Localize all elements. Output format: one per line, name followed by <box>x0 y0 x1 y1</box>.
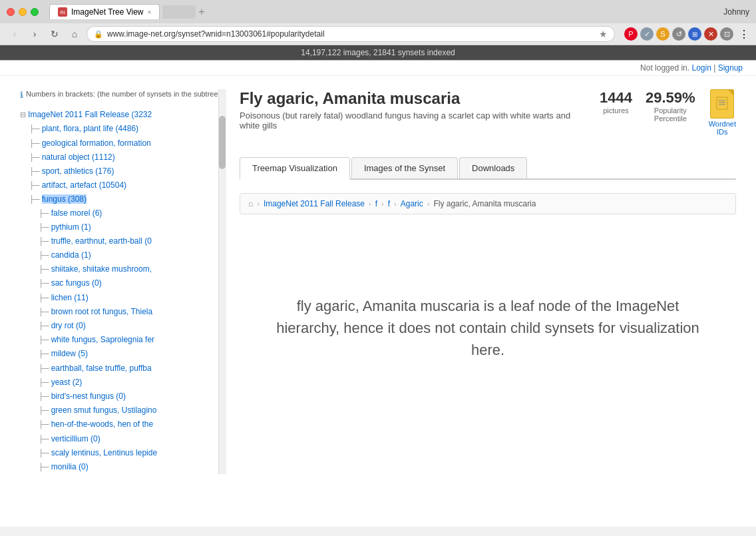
scrollbar-thumb[interactable] <box>219 116 226 169</box>
list-item: ├─ plant, flora, plant life (4486) <box>29 122 226 136</box>
new-tab-button[interactable]: + <box>198 6 204 18</box>
tree-item-root: ⊟ ImageNet 2011 Fall Release (3232 <box>20 108 226 122</box>
extension-3[interactable]: ↺ <box>672 27 685 41</box>
popularity-value: 29.59% <box>646 89 695 107</box>
tree-label-imagenet[interactable]: ImageNet 2011 Fall Release (3232 <box>28 110 152 119</box>
login-link[interactable]: Login <box>691 63 711 73</box>
signup-link[interactable]: Signup <box>718 63 743 73</box>
breadcrumb-current: Fly agaric, Amanita muscaria <box>433 199 536 208</box>
tree-label-lichen[interactable]: lichen (11) <box>51 293 89 302</box>
list-item: ├─ artifact, artefact (10504) <box>29 178 226 192</box>
tab-favicon: iN <box>58 7 67 17</box>
home-button[interactable]: ⌂ <box>67 26 83 42</box>
tree-children-root: ├─ plant, flora, plant life (4486) ├─ ge… <box>20 122 226 474</box>
wordnet-icon-svg <box>715 96 729 112</box>
bookmark-icon[interactable]: ★ <box>599 29 608 39</box>
sidebar: ℹ Numbers in brackets: (the number of sy… <box>20 89 226 474</box>
tree-label-plant[interactable]: plant, flora, plant life (4486) <box>42 124 138 133</box>
tree-label-earthball[interactable]: earthball, false truffle, puffba <box>51 364 152 373</box>
tree-label-false-morel[interactable]: false morel (6) <box>51 208 102 218</box>
tree-label-sport[interactable]: sport, athletics (176) <box>42 166 114 176</box>
list-item: ├─ verticillium (0) <box>39 432 226 446</box>
tree-label-white-fungus[interactable]: white fungus, Saprolegnia fer <box>51 335 154 344</box>
active-tab[interactable]: iN ImageNet Tree View × <box>49 4 160 19</box>
popularity-label: PopularityPercentile <box>646 107 695 123</box>
wordnet-ids-button[interactable]: WordnetIDs <box>709 89 736 136</box>
tree-label-geological[interactable]: geological formation, formation <box>42 138 151 148</box>
tab-images[interactable]: Images of the Synset <box>351 157 458 178</box>
tab-downloads[interactable]: Downloads <box>459 157 527 178</box>
sidebar-info: ℹ Numbers in brackets: (the number of sy… <box>20 89 226 101</box>
pinterest-extension[interactable]: P <box>624 27 638 41</box>
sidebar-scrollbar[interactable] <box>218 89 226 474</box>
pictures-count: 1444 pictures <box>600 89 632 115</box>
info-icon: ℹ <box>20 89 23 101</box>
tree-label-shiitake[interactable]: shiitake, shiitake mushroom, <box>51 264 152 274</box>
synset-header: Fly agaric, Amanita muscaria Poisonous (… <box>240 89 736 144</box>
tree-label-birds-nest[interactable]: bird's-nest fungus (0) <box>51 392 126 401</box>
tab-bar: iN ImageNet Tree View × + <box>49 4 713 19</box>
list-item: ├─ yeast (2) <box>39 376 226 390</box>
tree-label-candida[interactable]: candida (1) <box>51 250 91 260</box>
address-bar[interactable]: 🔒 www.image-net.org/synset?wnid=n1300306… <box>87 26 615 42</box>
main-content: Fly agaric, Amanita muscaria Poisonous (… <box>240 89 736 474</box>
back-button[interactable]: ‹ <box>7 26 23 42</box>
navigation-bar: ‹ › ↻ ⌂ 🔒 www.image-net.org/synset?wnid=… <box>0 23 756 45</box>
list-item: ├─ white fungus, Saprolegnia fer <box>39 333 226 347</box>
tab-close-button[interactable]: × <box>148 9 152 16</box>
site-stats: 14,197,122 images, 21841 synsets indexed <box>301 48 455 57</box>
sidebar-tree: ⊟ ImageNet 2011 Fall Release (3232 ├─ pl… <box>20 108 226 474</box>
tree-label-yeast[interactable]: yeast (2) <box>51 378 83 387</box>
list-item: ├─ sport, athletics (176) <box>29 164 226 178</box>
list-item: ├─ mildew (5) <box>39 347 226 361</box>
tree-label-artifact[interactable]: artifact, artefact (10504) <box>42 180 126 190</box>
list-item: ├─ sac fungus (0) <box>39 276 226 290</box>
home-icon[interactable]: ⌂ <box>248 199 253 208</box>
list-item: ├─ fungus (308) ├─ false morel (6) ├─ py… <box>29 192 226 474</box>
extension-6[interactable]: ⊡ <box>720 27 733 41</box>
pictures-number: 1444 <box>600 89 632 107</box>
tree-label-dry-rot[interactable]: dry rot (0) <box>51 321 86 330</box>
page-wrapper: Not logged in. Login | Signup ℹ Numbers … <box>0 61 756 527</box>
extension-1[interactable]: ✓ <box>640 27 654 41</box>
sidebar-info-text: Numbers in brackets: (the number of syns… <box>26 89 224 99</box>
list-item: ├─ lichen (11) <box>39 291 226 305</box>
tree-label-verticillium[interactable]: verticillium (0) <box>51 434 100 443</box>
breadcrumb-imagenet[interactable]: ImageNet 2011 Fall Release <box>264 199 365 208</box>
tree-label-mildew[interactable]: mildew (5) <box>51 349 88 358</box>
breadcrumb-agaric[interactable]: Agaric <box>401 199 423 208</box>
tree-label-monilia[interactable]: monilia (0) <box>51 462 89 471</box>
forward-button[interactable]: › <box>27 26 43 42</box>
maximize-window-button[interactable] <box>31 8 39 16</box>
tree-children-fungus: ├─ false morel (6) ├─ pythium (1) ├─ tru… <box>29 206 226 475</box>
extension-2[interactable]: S <box>656 27 669 41</box>
lock-icon: 🔒 <box>94 30 103 39</box>
breadcrumb-f2[interactable]: f <box>388 199 390 208</box>
inactive-tab[interactable] <box>162 5 196 19</box>
tree-label-pythium[interactable]: pythium (1) <box>51 222 91 232</box>
tree-label-brown-root[interactable]: brown root rot fungus, Thiela <box>51 307 153 316</box>
wordnet-icon <box>710 89 734 119</box>
breadcrumb: ⌂ › ImageNet 2011 Fall Release › f › f ›… <box>240 193 736 214</box>
minimize-window-button[interactable] <box>19 8 27 16</box>
tree-label-fungus[interactable]: fungus (308) <box>42 194 87 204</box>
treemap-visualization-area: fly agaric, Amanita muscaria is a leaf n… <box>240 228 736 427</box>
tree-label-truffle[interactable]: truffle, earthnut, earth-ball (0 <box>51 236 152 246</box>
close-window-button[interactable] <box>7 8 15 16</box>
synset-description: Poisonous (but rarely fatal) woodland fu… <box>240 111 586 131</box>
refresh-button[interactable]: ↻ <box>47 26 63 42</box>
breadcrumb-f1[interactable]: f <box>375 199 377 208</box>
menu-button[interactable]: ⋮ <box>739 28 749 41</box>
list-item: ├─ false morel (6) <box>39 206 226 220</box>
tree-label-green-smut[interactable]: green smut fungus, Ustilagino <box>51 405 157 415</box>
list-item: ├─ truffle, earthnut, earth-ball (0 <box>39 234 226 248</box>
tree-label-scaly[interactable]: scaly lentinus, Lentinus lepide <box>51 448 157 457</box>
tree-label-hen[interactable]: hen-of-the-woods, hen of the <box>51 419 153 429</box>
meta-section: 1444 pictures 29.59% PopularityPercentil… <box>600 89 736 136</box>
browser-extensions: P ✓ S ↺ ⊞ ✕ ⊡ ⋮ <box>624 27 749 41</box>
tab-treemap[interactable]: Treemap Visualization <box>240 157 350 180</box>
extension-5[interactable]: ✕ <box>704 27 717 41</box>
extension-4[interactable]: ⊞ <box>688 27 701 41</box>
tree-label-sac-fungus[interactable]: sac fungus (0) <box>51 278 102 288</box>
tree-label-natural[interactable]: natural object (1112) <box>42 152 115 162</box>
